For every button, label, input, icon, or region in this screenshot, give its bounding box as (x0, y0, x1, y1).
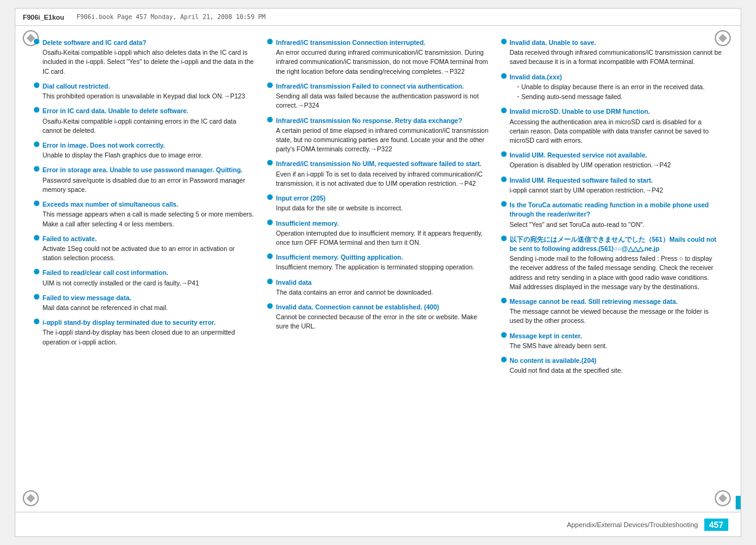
list-item: Invalid UIM. Requested software failed t… (501, 176, 722, 195)
entry-body: i-αppli cannot start by UIM operation re… (510, 186, 722, 195)
entry-body: Sending all data was failed because the … (276, 92, 488, 110)
list-item: Is the ToruCa automatic reading function… (501, 201, 722, 229)
bullet-icon (34, 166, 39, 172)
bullet-icon (501, 201, 507, 207)
entry-body: Input data for the site or website is in… (276, 204, 488, 213)
list-item: Invalid microSD. Unable to use DRM funct… (501, 107, 722, 145)
bullet-icon (267, 160, 273, 165)
entry-title: Failed to read/clear call cost informati… (42, 268, 255, 277)
entry-title: Message kept in center. (510, 332, 722, 341)
entry-content: Invalid dataThe data contains an error a… (276, 278, 488, 297)
page-number: 457 (704, 519, 728, 531)
entry-content: Invalid UIM. Requested software failed t… (510, 176, 722, 195)
entry-content: Failed to read/clear call cost informati… (42, 268, 255, 287)
entry-content: Message cannot be read. Still retrieving… (510, 297, 722, 326)
entry-content: Invalid microSD. Unable to use DRM funct… (510, 107, 722, 145)
entry-content: Failed to activate.Activate 1Seg could n… (42, 234, 255, 263)
entry-title: Dial callout restricted. (42, 82, 255, 91)
entry-title: Invalid data. Unable to save. (510, 38, 722, 47)
list-item: Error in storage area. Unable to use pas… (34, 165, 255, 194)
list-item: Invalid UIM. Requested service not avail… (501, 151, 722, 170)
entry-title: Invalid microSD. Unable to use DRM funct… (510, 107, 722, 116)
column-1: Delete software and IC card data?Osaifu-… (34, 38, 255, 506)
list-item: Infrared/iC transmission Connection inte… (267, 38, 488, 76)
entry-title: Infrared/iC transmission No UIM, request… (276, 159, 488, 169)
entry-body: Password save/quote is disabled due to a… (42, 176, 255, 194)
entry-body: Sending i-mode mail to the following add… (510, 254, 722, 292)
column-2: Infrared/iC transmission Connection inte… (267, 38, 488, 506)
list-item: Delete software and IC card data?Osaifu-… (34, 38, 255, 76)
entry-content: Dial callout restricted.This prohibited … (42, 82, 255, 101)
entry-title: Error in storage area. Unable to use pas… (42, 165, 255, 175)
bullet-icon (501, 39, 507, 44)
entry-body: The SMS have already been sent. (510, 341, 722, 351)
entry-sub-bullet: ・Sending auto-send message failed. (515, 92, 722, 101)
entry-body: Select "Yes" and set ToruCa auto-read to… (510, 220, 722, 229)
footer-section-label: Appendix/External Devices/Troubleshootin… (567, 521, 698, 528)
bullet-icon (34, 39, 39, 44)
entry-body: Even if an i-αppli To is set to data rec… (276, 170, 488, 188)
entry-body: Osaifu-Keitai compatible i-αppli contain… (42, 117, 255, 135)
entry-title: Insufficient memory. (276, 219, 488, 228)
entry-body: Mail data cannot be referenced in chat m… (42, 303, 255, 312)
bullet-icon (501, 357, 507, 362)
bullet-icon (501, 236, 507, 241)
entry-content: Error in IC card data. Unable to delete … (42, 106, 255, 135)
entry-title: Infrared/iC transmission Connection inte… (276, 38, 488, 47)
entry-title: Invalid UIM. Requested software failed t… (510, 176, 722, 185)
bullet-icon (34, 201, 39, 206)
entry-title: Error in image. Does not work correctly. (42, 141, 255, 150)
entry-content: No content is available.(204)Could not f… (510, 356, 722, 375)
list-item: Failed to view message data.Mail data ca… (34, 293, 255, 312)
entry-body: Osaifu-Keitai compatible i-αppli which a… (42, 48, 255, 76)
entry-body: Activate 1Seg could not be activated due… (42, 244, 255, 263)
bullet-icon (267, 220, 273, 225)
entry-content: Invalid data. Unable to save.Data receiv… (510, 38, 722, 67)
entry-body: This message appears when a call is made… (42, 210, 255, 228)
list-item: Insufficient memory.Operation interrupte… (267, 219, 488, 248)
list-item: Message cannot be read. Still retrieving… (501, 297, 722, 326)
entry-body: The message cannot be viewed because the… (510, 307, 722, 325)
entry-content: Invalid data. Connection cannot be estab… (276, 303, 488, 332)
entry-body: Unable to display the Flash graphics due… (42, 151, 255, 160)
bullet-icon (267, 117, 273, 122)
bullet-icon (267, 194, 273, 200)
footer-bar: Appendix/External Devices/Troubleshootin… (15, 512, 741, 536)
entry-content: Exceeds max number of simultaneous calls… (42, 200, 255, 229)
entry-content: Infrared/iC transmission No response. Re… (276, 116, 488, 154)
bullet-icon (267, 279, 273, 284)
entry-body: Accessing the authentication area in mic… (510, 117, 722, 146)
list-item: Error in image. Does not work correctly.… (34, 141, 255, 160)
list-item: Invalid data. Unable to save.Data receiv… (501, 38, 722, 67)
list-item: Invalid dataThe data contains an error a… (267, 278, 488, 297)
entry-title: Input error (205) (276, 194, 488, 203)
entry-content: Error in storage area. Unable to use pas… (42, 165, 255, 194)
entry-body: Operation interrupted due to insufficien… (276, 229, 488, 247)
entry-title: Insufficient memory. Quitting applicatio… (276, 253, 488, 262)
header-bar: F906i_E1kou F906i.book Page 457 Monday, … (15, 9, 741, 26)
entry-title: Invalid data.(xxx) (510, 73, 722, 82)
entry-content: Is the ToruCa automatic reading function… (510, 201, 722, 229)
list-item: Infrared/iC transmission No response. Re… (267, 116, 488, 154)
entry-sub-bullet: ・Unable to display because there is an e… (515, 82, 722, 92)
bullet-icon (267, 39, 273, 44)
entry-body: UIM is not correctly installed or the ca… (42, 279, 255, 288)
bullet-icon (501, 177, 507, 182)
entry-content: i-αppli stand-by display terminated due … (42, 318, 255, 347)
list-item: Exceeds max number of simultaneous calls… (34, 200, 255, 229)
entry-content: Insufficient memory. Quitting applicatio… (276, 253, 488, 272)
entry-title: No content is available.(204) (510, 356, 722, 365)
entry-title: Exceeds max number of simultaneous calls… (42, 200, 255, 209)
bullet-icon (267, 253, 273, 259)
bullet-icon (501, 332, 507, 338)
entry-title: Invalid data (276, 278, 488, 287)
page: F906i_E1kou F906i.book Page 457 Monday, … (15, 8, 741, 537)
entry-title: Delete software and IC card data? (42, 38, 255, 47)
bullet-icon (501, 151, 507, 157)
bullet-icon (34, 269, 39, 274)
list-item: Infrared/iC transmission No UIM, request… (267, 159, 488, 188)
entry-title: Is the ToruCa automatic reading function… (510, 201, 722, 219)
entry-content: Failed to view message data.Mail data ca… (42, 293, 255, 312)
entry-body: This prohibited operation is unavailable… (42, 92, 255, 101)
bullet-icon (501, 73, 507, 79)
